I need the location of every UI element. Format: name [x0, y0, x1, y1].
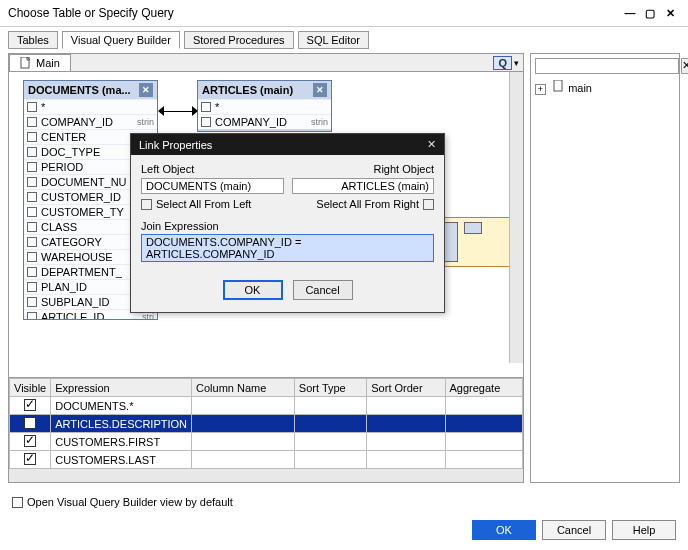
expand-icon[interactable]: +: [535, 84, 546, 95]
checkbox-icon[interactable]: [201, 117, 211, 127]
field-row[interactable]: COMPANY_IDstrin: [198, 114, 331, 129]
column-name-cell[interactable]: [192, 397, 295, 415]
expression-cell[interactable]: DOCUMENTS.*: [51, 397, 192, 415]
select-all-left[interactable]: Select All From Left: [141, 198, 284, 210]
checkbox-icon[interactable]: [27, 252, 37, 262]
window-title: Choose Table or Specify Query: [8, 6, 620, 20]
tab-visual-query-builder[interactable]: Visual Query Builder: [62, 31, 180, 49]
table-row[interactable]: DOCUMENTS.*: [10, 397, 523, 415]
checkbox-icon[interactable]: [27, 297, 37, 307]
table-row[interactable]: CUSTOMERS.FIRST: [10, 433, 523, 451]
select-all-right[interactable]: Select All From Right: [292, 198, 435, 210]
sort-order-cell[interactable]: [367, 451, 445, 469]
checkbox-icon[interactable]: [141, 199, 152, 210]
col-sort-order[interactable]: Sort Order: [367, 379, 445, 397]
field-row[interactable]: *: [24, 99, 157, 114]
col-sort-type[interactable]: Sort Type: [294, 379, 366, 397]
right-pane: ✕ + main: [530, 53, 680, 483]
entity-close-icon[interactable]: ✕: [313, 83, 327, 97]
tab-sql-editor[interactable]: SQL Editor: [298, 31, 369, 49]
aggregate-cell[interactable]: [445, 433, 522, 451]
checkbox-icon[interactable]: [27, 177, 37, 187]
col-column-name[interactable]: Column Name: [192, 379, 295, 397]
checkbox-icon[interactable]: [27, 132, 37, 142]
checkbox-icon[interactable]: [27, 117, 37, 127]
expression-cell[interactable]: CUSTOMERS.LAST: [51, 451, 192, 469]
sort-order-cell[interactable]: [367, 433, 445, 451]
sort-type-cell[interactable]: [294, 433, 366, 451]
checkbox-icon[interactable]: [27, 162, 37, 172]
close-icon[interactable]: ✕: [660, 7, 680, 20]
minimap[interactable]: [435, 217, 515, 267]
checkbox-icon[interactable]: [27, 282, 37, 292]
tab-tables[interactable]: Tables: [8, 31, 58, 49]
dialog-footer: OK Cancel Help: [472, 520, 676, 540]
visible-cell[interactable]: [10, 433, 51, 451]
col-visible[interactable]: Visible: [10, 379, 51, 397]
link-line[interactable]: [160, 108, 196, 116]
visible-cell[interactable]: [10, 415, 51, 433]
query-button[interactable]: Q: [493, 56, 512, 70]
cancel-button[interactable]: Cancel: [542, 520, 606, 540]
join-expression-input[interactable]: DOCUMENTS.COMPANY_ID = ARTICLES.COMPANY_…: [141, 234, 434, 262]
field-row[interactable]: *: [198, 99, 331, 114]
sort-type-cell[interactable]: [294, 451, 366, 469]
field-name: *: [215, 101, 328, 113]
help-button[interactable]: Help: [612, 520, 676, 540]
scrollbar-vertical[interactable]: [509, 72, 523, 363]
checkbox-icon[interactable]: [27, 237, 37, 247]
column-name-cell[interactable]: [192, 415, 295, 433]
checkbox-icon[interactable]: [27, 267, 37, 277]
field-name: COMPANY_ID: [41, 116, 133, 128]
checkbox-icon[interactable]: [27, 312, 37, 319]
checkbox-icon[interactable]: [24, 417, 36, 429]
expression-cell[interactable]: CUSTOMERS.FIRST: [51, 433, 192, 451]
scrollbar-horizontal[interactable]: [9, 468, 523, 482]
checkbox-icon[interactable]: [27, 207, 37, 217]
checkbox-icon[interactable]: [423, 199, 434, 210]
table-row[interactable]: ARTICLES.DESCRIPTION: [10, 415, 523, 433]
checkbox-icon[interactable]: [12, 497, 23, 508]
chevron-down-icon[interactable]: ▾: [514, 58, 519, 68]
expression-cell[interactable]: ARTICLES.DESCRIPTION: [51, 415, 192, 433]
entity-close-icon[interactable]: ✕: [139, 83, 153, 97]
visible-cell[interactable]: [10, 397, 51, 415]
col-aggregate[interactable]: Aggregate: [445, 379, 522, 397]
column-name-cell[interactable]: [192, 451, 295, 469]
minimize-icon[interactable]: —: [620, 7, 640, 19]
visible-cell[interactable]: [10, 451, 51, 469]
checkbox-icon[interactable]: [27, 192, 37, 202]
aggregate-cell[interactable]: [445, 397, 522, 415]
checkbox-icon[interactable]: [27, 147, 37, 157]
dialog-ok-button[interactable]: OK: [223, 280, 283, 300]
dialog-close-icon[interactable]: ✕: [427, 138, 436, 151]
open-vqb-default-option[interactable]: Open Visual Query Builder view by defaul…: [12, 496, 233, 508]
aggregate-cell[interactable]: [445, 451, 522, 469]
tab-stored-procedures[interactable]: Stored Procedures: [184, 31, 294, 49]
table-row[interactable]: CUSTOMERS.LAST: [10, 451, 523, 469]
sort-type-cell[interactable]: [294, 415, 366, 433]
column-name-cell[interactable]: [192, 433, 295, 451]
search-input[interactable]: [535, 58, 679, 74]
checkbox-icon[interactable]: [201, 102, 211, 112]
link-properties-dialog: Link Properties ✕ Left Object Right Obje…: [130, 133, 445, 313]
tree-node-main[interactable]: + main: [535, 78, 675, 97]
ok-button[interactable]: OK: [472, 520, 536, 540]
sort-order-cell[interactable]: [367, 397, 445, 415]
entity-articles[interactable]: ARTICLES (main) ✕ *COMPANY_IDstrin: [197, 80, 332, 132]
checkbox-icon[interactable]: [24, 435, 36, 447]
col-expression[interactable]: Expression: [51, 379, 192, 397]
checkbox-icon[interactable]: [24, 453, 36, 465]
clear-search-icon[interactable]: ✕: [681, 58, 688, 74]
dialog-cancel-button[interactable]: Cancel: [293, 280, 353, 300]
checkbox-icon[interactable]: [27, 222, 37, 232]
sort-order-cell[interactable]: [367, 415, 445, 433]
field-row[interactable]: COMPANY_IDstrin: [24, 114, 157, 129]
checkbox-icon[interactable]: [24, 399, 36, 411]
dialog-titlebar[interactable]: Link Properties ✕: [131, 134, 444, 155]
checkbox-icon[interactable]: [27, 102, 37, 112]
aggregate-cell[interactable]: [445, 415, 522, 433]
subtab-main[interactable]: Main: [9, 54, 71, 71]
maximize-icon[interactable]: ▢: [640, 7, 660, 20]
sort-type-cell[interactable]: [294, 397, 366, 415]
